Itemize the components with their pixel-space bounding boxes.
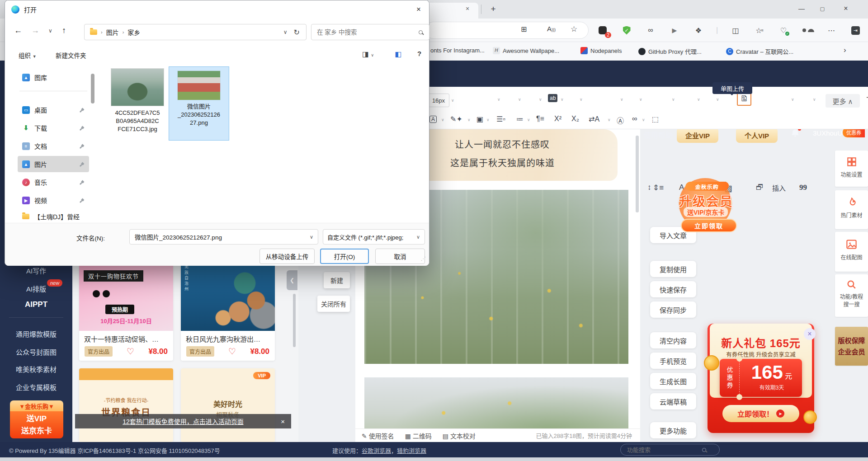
action-copy-use[interactable]: 复制使用 — [650, 261, 696, 277]
favorite-heart-icon[interactable]: ♡ — [228, 346, 236, 357]
link-button[interactable]: ∞ — [632, 115, 637, 123]
split-screen-add-icon[interactable]: ⊞ — [521, 25, 527, 33]
underline-caret-icon[interactable]: ∨ — [497, 97, 500, 102]
dialog-search-box[interactable] — [311, 24, 429, 40]
panel-scrollbar[interactable] — [293, 294, 296, 347]
multi-image-upload-button[interactable]: 🗗 — [756, 183, 764, 192]
footer-search-box[interactable] — [620, 444, 720, 456]
breadcrumb-bar[interactable]: › 图片 › 家乡 ∨ ↻ — [84, 24, 307, 40]
dialog-search-input[interactable] — [316, 28, 406, 36]
file-item-png-selected[interactable]: 微信图片 _202306252126 27.png — [169, 66, 229, 141]
proofread-button[interactable]: ▤ 文本校对 — [443, 431, 476, 440]
window-close-button[interactable]: × — [833, 0, 859, 17]
add-toolbar-button[interactable]: + — [866, 93, 868, 103]
action-cloud-draft[interactable]: 云端草稿 — [650, 393, 696, 409]
line-height-caret-icon[interactable]: ∨ — [672, 97, 675, 102]
highlight-color-button[interactable]: ab — [548, 94, 557, 102]
text-reorder-caret-icon[interactable]: ∨ — [608, 118, 611, 122]
template-title[interactable]: 秋日风光九寨沟秋游出… — [181, 331, 275, 343]
adguard-extension-icon[interactable]: ✓ — [620, 24, 633, 37]
filename-combobox[interactable]: ∨ — [129, 229, 318, 245]
line-spacing-caret-icon[interactable]: ∨ — [639, 97, 642, 102]
quote-button[interactable]: 99 — [799, 183, 807, 192]
letter-spacing-caret-icon[interactable]: ∨ — [697, 97, 700, 102]
vertical-resize-icon[interactable]: ↕ — [647, 183, 651, 192]
profile-icon[interactable] — [801, 24, 814, 37]
active-tab[interactable] — [425, 3, 478, 19]
favorites-star-icon[interactable]: ☆ — [571, 24, 577, 34]
split-window-icon[interactable]: ◫ — [729, 24, 742, 37]
font-size-caret-icon[interactable]: ∨ — [451, 98, 454, 103]
bookmark-item[interactable]: Nodepanels — [580, 47, 622, 54]
filetype-caret-icon[interactable]: ∨ — [416, 234, 420, 240]
fullscreen-button[interactable]: ⬚ — [652, 115, 659, 123]
view-mode-icon[interactable]: ◨ ∨ — [362, 50, 374, 58]
spacing-caret-icon[interactable]: ∨ — [620, 97, 623, 102]
dialog-sidebar-music[interactable]: ♪ 音乐 — [18, 174, 89, 190]
rail-copyright-vip[interactable]: 版权保障 企业会员 — [835, 327, 868, 366]
nav-help[interactable]: 使用帮助 — [644, 129, 673, 140]
bookmark-item[interactable]: onts For Instagram... — [430, 47, 485, 54]
sidebar-item-ai-writing[interactable]: AI写作 — [0, 266, 72, 275]
gift-claim-button[interactable]: 立即领取！ ➤ — [722, 405, 799, 422]
help-icon[interactable]: ? — [417, 50, 421, 57]
rail-online-images[interactable]: 在线配图 — [835, 232, 868, 272]
file-item-jpg[interactable]: 4CC52DFEA7C5 B0A965A4D82C FCE71CC3.jpg — [108, 68, 167, 136]
action-quick-save[interactable]: 快速保存 — [650, 281, 696, 297]
dialog-close-icon[interactable]: × — [416, 5, 421, 14]
dialog-sidebar-pictures[interactable]: ▲ 图片 — [18, 156, 89, 172]
bookmark-item[interactable]: GitHub Proxy 代理... — [638, 47, 702, 56]
new-document-button[interactable]: 新建 — [324, 272, 350, 288]
filetype-select[interactable]: 自定义文件 (*.gif;*.jfif;*.pjpeg; ∨ — [323, 229, 425, 245]
sidebar-item-enterprise-templates[interactable]: 企业专属模板 — [0, 382, 72, 392]
address-bar[interactable] — [425, 22, 589, 39]
play-extension-icon[interactable]: ▶ — [668, 24, 681, 37]
strike-caret-icon[interactable]: ∨ — [518, 97, 521, 102]
dialog-sidebar-documents[interactable]: ≡ 文档 — [18, 138, 89, 154]
dialog-title-bar[interactable]: 打开 × — [5, 0, 429, 19]
preview-pane-icon[interactable]: ◧ — [395, 50, 401, 58]
resize-grip[interactable]: ⋰ — [421, 256, 426, 262]
sidebar-item-autumn-materials[interactable]: 唯美秋季素材 — [0, 364, 72, 374]
back-icon[interactable]: ← — [14, 26, 22, 35]
close-all-button[interactable]: 关闭所有 — [317, 296, 350, 312]
window-maximize-button[interactable]: ▢ — [812, 0, 833, 17]
paragraph-mark-button[interactable]: ¶≡ — [536, 115, 544, 123]
bookmark-item[interactable]: CCravatar – 互联网公... — [726, 47, 793, 56]
new-folder-button[interactable]: 新建文件夹 — [56, 51, 86, 60]
text-style-button[interactable]: A — [429, 116, 437, 123]
up-icon[interactable]: ↑ — [62, 26, 66, 35]
browser-essentials-icon[interactable]: ♡✓ — [777, 24, 790, 37]
breadcrumb-hometown[interactable]: 家乡 — [127, 28, 140, 37]
editor-scrollbar[interactable] — [636, 136, 639, 212]
dialog-sidebar-gallery[interactable]: ▲ 图库 — [18, 69, 89, 85]
username[interactable]: 3UXhouU4 — [813, 129, 846, 137]
paragraph-indent-caret-icon[interactable]: ∨ — [716, 97, 719, 102]
filename-caret-icon[interactable]: ∨ — [310, 234, 313, 240]
line-height-button[interactable]: ⇕≡ — [653, 183, 664, 193]
action-clear-content[interactable]: 清空内容 — [650, 332, 696, 348]
rail-hot-materials[interactable]: 热门素材 — [835, 190, 868, 229]
template-card[interactable]: -节约粮食 我在行动- 世界粮食日 — [79, 368, 173, 442]
dialog-sidebar-videos[interactable]: ▶ 视频 — [18, 192, 89, 208]
notification-bell-icon[interactable] — [790, 128, 800, 141]
bullet-list-caret-icon[interactable]: ∨ — [527, 118, 530, 122]
extensions-puzzle-icon[interactable]: ❖ — [692, 24, 705, 37]
magic-wand-button[interactable]: ✎✦ — [450, 115, 462, 123]
personal-vip-button[interactable]: 个人VIP — [736, 127, 778, 143]
footer-link-chrome[interactable]: 谷歌浏览器 — [362, 447, 391, 454]
banner-close-icon[interactable]: × — [281, 418, 285, 425]
dialog-sidebar-scrollbar[interactable] — [91, 74, 94, 103]
sidebar-promo-banner[interactable]: 送VIP送京东卡 — [10, 411, 63, 438]
find-replace-button[interactable]: Ⓐ — [617, 115, 624, 126]
infinity-extension-icon[interactable]: ∞ — [644, 24, 657, 37]
adblock-extension-icon[interactable]: 2 — [596, 24, 609, 37]
collections-icon[interactable]: ☆≡ — [753, 24, 766, 37]
sidebar-promo-ribbon[interactable]: ▼金秋乐购▼ — [10, 400, 63, 411]
copilot-sidebar-icon[interactable]: ⇥ — [849, 24, 862, 37]
read-aloud-icon[interactable]: A))) — [547, 25, 556, 33]
refresh-icon[interactable]: ↻ — [294, 28, 300, 37]
template-title[interactable]: 双十一特惠活动促销、… — [79, 331, 173, 343]
text-style-caret-icon[interactable]: ∨ — [441, 118, 444, 122]
dialog-sidebar-folder[interactable]: 【土嗨DJ】曾经 — [18, 210, 89, 223]
